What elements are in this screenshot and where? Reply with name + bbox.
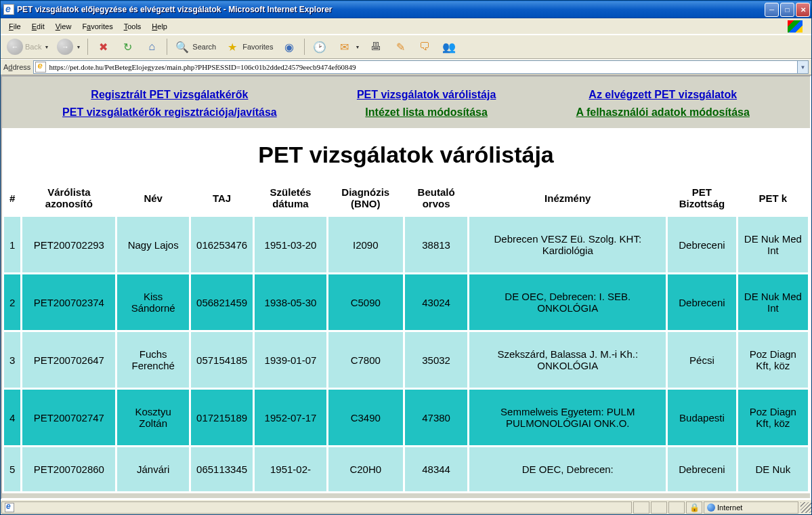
search-icon: 🔍 (174, 39, 190, 55)
menu-bar: File Edit View Favorites Tools Help (1, 18, 811, 35)
table-row[interactable]: 5PET200702860Jánvári0651133451951-02-C20… (4, 447, 808, 491)
cell-diag: C7800 (328, 332, 403, 388)
cell-dob: 1939-01-07 (255, 332, 326, 388)
ie-throbber-icon (782, 19, 809, 34)
table-row[interactable]: 3PET200702647Fuchs Ferenché0571541851939… (4, 332, 808, 388)
messenger-button[interactable]: 👥 (437, 36, 461, 58)
waitlist-table: # Várólista azonosító Név TAJ Születés d… (2, 179, 810, 493)
cell-comm: Budapesti (668, 390, 736, 445)
menu-favorites[interactable]: Favorites (77, 20, 118, 33)
status-zone: Internet (704, 501, 798, 514)
cell-name: Nagy Lajos (117, 217, 189, 272)
table-row[interactable]: 4PET200702747Kosztyu Zoltán0172151891952… (4, 390, 808, 445)
address-input[interactable] (47, 63, 797, 71)
cell-wid: PET200702293 (22, 217, 115, 272)
mail-button[interactable]: ✉▼ (333, 36, 363, 58)
waitlist-table-wrap: # Várólista azonosító Név TAJ Születés d… (2, 179, 810, 493)
toolbar-separator (167, 39, 167, 55)
history-button[interactable]: 🕑 (308, 36, 331, 58)
cell-dob: 1938-05-30 (255, 274, 326, 330)
stop-button[interactable]: ✖ (91, 36, 114, 58)
cell-dob: 1951-03-20 (255, 217, 326, 272)
cell-taj: 016253476 (191, 217, 253, 272)
cell-wid: PET200702647 (22, 332, 115, 388)
forward-button[interactable]: → ▼ (54, 36, 84, 58)
edit-button[interactable]: ✎ (389, 36, 412, 58)
maximize-button[interactable]: □ (780, 3, 794, 17)
cell-name: Jánvári (117, 447, 189, 491)
mail-dropdown-icon: ▼ (355, 45, 360, 49)
back-button[interactable]: ← Back ▼ (3, 36, 52, 58)
refresh-icon: ↻ (119, 39, 135, 55)
search-button[interactable]: 🔍 Search (171, 36, 219, 58)
cell-wid: PET200702374 (22, 274, 115, 330)
cell-ref: 48344 (405, 447, 468, 491)
cell-name: Kiss Sándorné (117, 274, 189, 330)
menu-view[interactable]: View (50, 20, 77, 33)
stop-icon: ✖ (95, 39, 111, 55)
link-user-data-edit[interactable]: A felhasználói adatok módosítása (576, 106, 750, 119)
menu-file[interactable]: File (3, 20, 26, 33)
favorites-icon: ★ (224, 39, 240, 55)
page-body: Regisztrált PET vizsgálatkérők PET vizsg… (2, 77, 810, 493)
toolbar: ← Back ▼ → ▼ ✖ ↻ ⌂ 🔍 Search ★ Favorites … (1, 35, 811, 59)
refresh-button[interactable]: ↻ (116, 36, 139, 58)
print-button[interactable]: 🖶 (364, 36, 387, 58)
edit-icon: ✎ (392, 39, 408, 55)
messenger-icon: 👥 (441, 39, 457, 55)
status-page-icon (5, 503, 14, 512)
cell-inst: DE OEC, Debrecen: (469, 447, 666, 491)
search-label: Search (192, 43, 216, 51)
cell-taj: 056821459 (191, 274, 253, 330)
table-row[interactable]: 1PET200702293Nagy Lajos0162534761951-03-… (4, 217, 808, 272)
back-icon: ← (7, 39, 23, 55)
cell-name: Kosztyu Zoltán (117, 390, 189, 445)
link-completed-exams[interactable]: Az elvégzett PET vizsgálatok (576, 89, 750, 101)
col-diagnosis: Diagnózis (BNO) (328, 181, 403, 215)
cell-comm: Debreceni (668, 217, 736, 272)
status-pane (633, 501, 649, 514)
cell-ref: 35032 (405, 332, 468, 388)
discuss-button[interactable]: 🗨 (413, 36, 436, 58)
close-button[interactable]: ✕ (796, 3, 810, 17)
mail-icon: ✉ (336, 39, 352, 55)
minimize-button[interactable]: ─ (765, 3, 779, 17)
link-registered-requesters[interactable]: Regisztrált PET vizsgálatkérők (62, 89, 277, 101)
menu-tools[interactable]: Tools (119, 20, 147, 33)
address-dropdown-button[interactable]: ▼ (797, 61, 808, 73)
cell-ref: 43024 (405, 274, 468, 330)
cell-petk: DE Nuk (738, 447, 808, 491)
table-row[interactable]: 2PET200702374Kiss Sándorné0568214591938-… (4, 274, 808, 330)
link-waitlist[interactable]: PET vizsgálatok várólistája (357, 89, 496, 101)
address-bar: Address ▼ (1, 59, 811, 75)
discuss-icon: 🗨 (416, 39, 433, 55)
cell-dob: 1952-07-17 (255, 390, 326, 445)
address-label: Address (3, 63, 30, 71)
status-pane (651, 501, 667, 514)
cell-inst: DE OEC, Debrecen: I. SEB. ONKOLÓGIA (469, 274, 666, 330)
content-scroll[interactable]: Regisztrált PET vizsgálatkérők PET vizsg… (2, 77, 810, 498)
menu-edit[interactable]: Edit (26, 20, 50, 33)
cell-taj: 057154185 (191, 332, 253, 388)
media-button[interactable]: ◉ (278, 36, 301, 58)
cell-wid: PET200702860 (22, 447, 115, 491)
cell-taj: 017215189 (191, 390, 253, 445)
forward-icon: → (57, 39, 73, 55)
link-requester-registration[interactable]: PET vizsgálatkérők regisztrációja/javítá… (62, 106, 277, 119)
home-button[interactable]: ⌂ (140, 36, 163, 58)
cell-wid: PET200702747 (22, 390, 115, 445)
cell-petk: DE Nuk Med Int (738, 274, 808, 330)
cell-num: 3 (4, 332, 20, 388)
cell-diag: I2090 (328, 217, 403, 272)
favorites-button[interactable]: ★ Favorites (221, 36, 276, 58)
resize-grip[interactable] (800, 502, 811, 513)
ie-window: PET vizsgálatok előjegyzése és elvégzett… (0, 0, 812, 515)
col-dob: Születés dátuma (255, 181, 326, 215)
col-referrer: Beutaló orvos (405, 181, 468, 215)
cell-petk: Poz Diagn Kft, köz (738, 390, 808, 445)
window-buttons: ─ □ ✕ (765, 3, 810, 17)
menu-help[interactable]: Help (146, 20, 173, 33)
link-institute-list-edit[interactable]: Intézet lista módosítása (357, 106, 496, 119)
cell-num: 5 (4, 447, 20, 491)
cell-name: Fuchs Ferenché (117, 332, 189, 388)
